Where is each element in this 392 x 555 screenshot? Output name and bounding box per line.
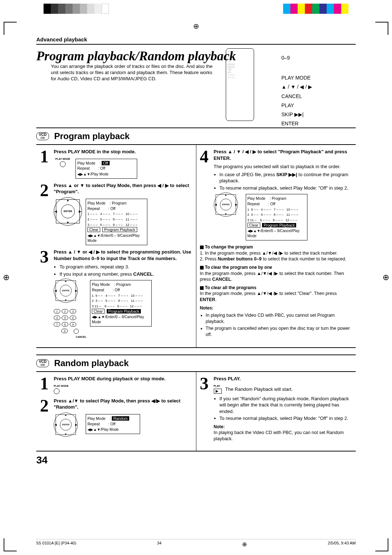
remote-label-arrows: ▲ / ▼ / ◀ / ▶	[281, 82, 312, 92]
section-header-random: VCDCD Random playback	[36, 355, 356, 372]
number-buttons: 123	[54, 309, 86, 313]
subsection-change: To change the program 1. In the program …	[200, 244, 352, 262]
bullet: To program others, repeat step 3.	[60, 264, 192, 270]
step-2: 2 Press ▲ or ▼ to select Play Mode, then…	[40, 182, 192, 245]
footer-right: 2/5/05, 9:43 AM	[328, 541, 356, 548]
random-step-1: 1 Press PLAY MODE during playback or sto…	[40, 376, 192, 394]
remote-label-playmode: PLAY MODE	[281, 73, 312, 82]
subsection-clear-one: To clear the program one by one In the p…	[200, 264, 352, 283]
crop-mark	[375, 538, 388, 551]
dpad-icon: ENTER ▲▼◀▶	[214, 193, 238, 216]
registration-cross-icon: ⊕	[193, 22, 199, 31]
paragraph: The programs you selected will start to …	[214, 163, 352, 170]
notes-heading: Notes:	[200, 305, 352, 311]
disc-badge: VCDCD	[36, 132, 49, 140]
footer: 5S 0101A [E] (P34-40) 34 ⊕ 2/5/05, 9:43 …	[36, 539, 356, 548]
step-head: Press ▲ or ▼ to select Play Mode, then p…	[54, 182, 192, 195]
cancel-button-icon	[74, 329, 79, 334]
divider	[36, 44, 356, 45]
bullet: In case of JPEG file, press SKIP ▶▶| to …	[220, 171, 352, 184]
page-number: 34	[36, 454, 356, 466]
dpad-icon: ENTER ▲▼◀▶	[54, 279, 78, 303]
crop-mark	[4, 538, 17, 551]
remote-label-numbers: 0–9	[281, 53, 312, 62]
random-step-3: 3 Press PLAY. PLAY The Random Playback w…	[200, 376, 352, 442]
osd-panel: Play Mode : Program Repeat : Off 1 9 – –…	[246, 194, 307, 240]
step-3: 3 Press ▲ / ▼ or ◀ / ▶ to select the pro…	[40, 249, 192, 339]
osd-panel: Play Mode : Program Repeat : Off 1 9 – –…	[90, 280, 152, 327]
remote-diagram: ○ ○ ○ ○○ ○ ○○ ○ ○○ ○ ○ ○□ □ □ □□ □ □ □ ◯…	[226, 48, 254, 121]
step-4: 4 Press ▲ / ▼ / ◀ / ▶ to select "Program…	[200, 149, 352, 240]
printer-registration-marks: ⊕	[0, 4, 392, 18]
osd-panel: Play Mode : Program Repeat : Off 1 – – –…	[86, 199, 147, 245]
random-step-2: 2 Press ▲/▼ to select Play Mode, then pr…	[40, 398, 192, 441]
registration-cross-icon: ⊕	[383, 273, 389, 282]
intro-text: You can arrange the playback order of tr…	[51, 64, 218, 82]
playmode-button-icon	[60, 161, 66, 167]
section-header-program: VCDCD Program playback	[36, 127, 356, 145]
note: The program is cancelled when you open t…	[206, 325, 352, 338]
step-head: Press ▲ / ▼ / ◀ / ▶ to select "Program P…	[214, 149, 352, 161]
step-head: Press PLAY MODE in the stop mode.	[54, 149, 192, 155]
button-label: PLAY MODE	[54, 157, 72, 161]
remote-label-enter: ENTER	[281, 119, 312, 128]
crop-mark	[375, 22, 388, 35]
step-head: Press ▲ / ▼ or ◀ / ▶ to select the progr…	[54, 249, 192, 262]
step-head: Press PLAY.	[214, 376, 352, 382]
section-title: Program playback	[54, 131, 130, 141]
step-1: 1 Press PLAY MODE in the stop mode. PLAY…	[40, 149, 192, 179]
remote-callouts: 0–9 PLAY MODE ▲ / ▼ / ◀ / ▶ CANCEL PLAY …	[281, 53, 312, 128]
osd-panel: Play Mode : Random Repeat : Off ◀▶▲▼/Pla…	[86, 414, 140, 434]
remote-label-skip: SKIP ▶▶|	[281, 110, 312, 119]
dpad-icon: ENTER ▲▼◀▶	[54, 413, 78, 437]
section-title: Random playback	[54, 358, 128, 368]
footer-mid: 34	[157, 541, 162, 548]
osd-panel: Play Mode : Off Repeat : Off ◀▶▲▼/Play M…	[75, 159, 137, 179]
step-head: Press PLAY MODE during playback or stop …	[54, 376, 192, 382]
registration-cross-icon: ⊕	[242, 541, 247, 548]
play-button-icon	[214, 389, 222, 394]
subsection-clear-all: To clear all the programs In the program…	[200, 285, 352, 303]
disc-badge: VCDCD	[36, 359, 49, 367]
breadcrumb: Advanced playback	[36, 36, 356, 42]
bullet: If you input a wrong number, press CANCE…	[60, 271, 192, 278]
footer-left: 5S 0101A [E] (P34-40)	[36, 541, 76, 548]
registration-cross-icon: ⊕	[3, 273, 9, 282]
dpad-icon: ENTER ▲▼◀▶	[54, 197, 82, 226]
bullet: To resume normal playback, select Play M…	[220, 185, 352, 191]
paragraph: The Random Playback will start.	[225, 386, 293, 393]
step-head: Press ▲/▼ to select Play Mode, then pres…	[54, 398, 192, 410]
note: In playing back the Video CD with PBC, y…	[206, 312, 352, 325]
note-heading: Note:	[214, 424, 352, 430]
remote-label-play: PLAY	[281, 101, 312, 110]
note: In playing back the Video CD with PBC, y…	[214, 430, 352, 442]
playmode-button-icon	[54, 388, 60, 394]
bullet: To resume normal playback, select Play M…	[220, 415, 352, 422]
bullet: If you set "Random" during playback mode…	[220, 396, 352, 415]
crop-mark	[4, 22, 17, 35]
remote-label-cancel: CANCEL	[281, 92, 312, 101]
